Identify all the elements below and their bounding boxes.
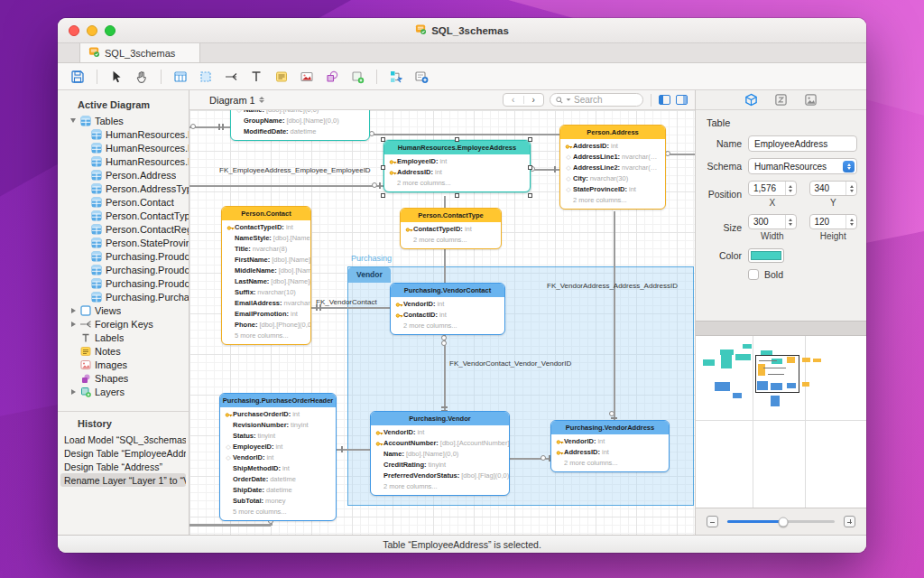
minimap-viewport[interactable] [755, 355, 799, 393]
selection-handle[interactable] [381, 137, 385, 142]
relation-connector[interactable] [370, 134, 559, 135]
stepper-arrows-icon[interactable] [845, 182, 856, 195]
export-button[interactable] [411, 67, 432, 87]
sidebar-item-images[interactable]: Images [58, 358, 189, 371]
search-input[interactable]: Search [550, 93, 643, 107]
disclosure-closed-icon[interactable] [69, 308, 78, 313]
relation-connector[interactable] [189, 524, 271, 527]
stepper-arrows-icon[interactable] [845, 215, 856, 228]
entity-purchasing-vendor[interactable]: Purchasing.VendorVendorID:intAccountNumb… [370, 411, 510, 496]
zoom-out-button[interactable] [707, 516, 718, 527]
sidebar-item-labels[interactable]: Labels [58, 331, 189, 344]
entity-purchasing-purchaseorderheader[interactable]: Purchasing.PurchaseOrderHeaderPurchaseOr… [219, 393, 337, 521]
selection-button[interactable] [195, 67, 217, 87]
new-layer-button[interactable] [346, 67, 368, 87]
fk-label[interactable]: FK_EmployeeAddress_Employee_EmployeeID [219, 166, 371, 174]
disclosure-closed-icon[interactable] [69, 322, 78, 327]
sidebar-item-purchasing-proudctven[interactable]: Purchasing.ProudctVen... [58, 276, 189, 290]
zoom-button[interactable] [105, 25, 116, 36]
zoom-in-button[interactable] [844, 516, 855, 527]
sidebar-item-person-contactregion[interactable]: Person.ContactRegion [58, 222, 189, 236]
history-item[interactable]: Rename Layer “Layer 1” to “Vendor” [60, 473, 186, 487]
relation-connector[interactable] [189, 185, 383, 187]
tab-image-icon[interactable] [804, 93, 818, 107]
nav-forward-button[interactable]: › [524, 94, 544, 106]
fk-label[interactable]: FK_VendorAddress_Address_AddressID [547, 282, 678, 290]
fk-label[interactable]: FK_VendorContact_Vendor_VendorID [449, 359, 571, 368]
relation-connector[interactable] [614, 211, 615, 420]
minimize-button[interactable] [87, 25, 97, 36]
zoom-slider[interactable] [727, 520, 835, 523]
sidebar-item-shapes[interactable]: Shapes [58, 371, 189, 385]
sidebar-item-humanresources-depar[interactable]: HumanResources.Depar... [58, 127, 189, 141]
entity-person-contact[interactable]: Person.ContactContactTypeID:intNameStyle… [221, 206, 311, 345]
save-button[interactable] [67, 67, 88, 87]
relation-connector[interactable] [311, 307, 390, 309]
history-item[interactable]: Design Table “EmployeeAddress” [60, 446, 186, 460]
color-well[interactable] [748, 248, 784, 263]
sidebar-item-tables[interactable]: Tables [58, 114, 189, 127]
new-shape-button[interactable] [321, 67, 343, 87]
relation-connector[interactable] [444, 335, 446, 411]
position-x-stepper[interactable]: 1,576 [748, 181, 797, 196]
stepper-arrows-icon[interactable] [785, 215, 796, 228]
position-y-stepper[interactable]: 340 [809, 181, 858, 196]
sidebar-item-purchasing-purchasing[interactable]: Purchasing.Purchasing... [58, 290, 189, 303]
pointer-button[interactable] [106, 67, 127, 87]
tab-sql-3schemas[interactable]: SQL_3schemas [79, 43, 200, 62]
sidebar-item-person-contacttype[interactable]: Person.ContactType [58, 209, 189, 222]
entity-person-address[interactable]: Person.AddressAddressID:int◇AddressLine1… [559, 125, 666, 210]
relation-connector[interactable] [444, 247, 446, 283]
history-item[interactable]: Load Model “SQL_3schemas” [60, 433, 186, 446]
entity-department-partial[interactable]: ◇Name:[dbo].[Name](0,0)GroupName:[dbo].[… [230, 110, 370, 141]
nav-back-button[interactable]: ‹ [504, 94, 523, 106]
auto-layout-button[interactable] [385, 67, 407, 87]
fk-label[interactable]: FK_VendorContact [316, 298, 377, 306]
hand-button[interactable] [131, 67, 152, 87]
disclosure-closed-icon[interactable] [69, 389, 78, 395]
layer-tab[interactable]: Vendor [348, 267, 391, 283]
name-input[interactable]: EmployeeAddress [748, 135, 857, 152]
sidebar-item-person-stateprovince[interactable]: Person.StateProvince [58, 236, 189, 249]
new-note-button[interactable] [271, 67, 292, 87]
selection-handle[interactable] [381, 165, 385, 170]
disclosure-open-icon[interactable] [69, 118, 78, 123]
selection-handle[interactable] [528, 165, 532, 170]
sidebar-item-humanresources-emplo[interactable]: HumanResources.Emplo... [58, 141, 189, 154]
history-item[interactable]: Design Table “Address” [60, 460, 186, 473]
selection-handle[interactable] [455, 137, 459, 142]
new-table-button[interactable] [170, 67, 191, 87]
selection-handle[interactable] [381, 193, 385, 198]
sidebar-item-layers[interactable]: Layers [58, 385, 189, 398]
entity-purchasing-vendoraddress[interactable]: Purchasing.VendorAddressVendorID:intAddr… [550, 420, 670, 472]
selection-handle[interactable] [455, 193, 459, 198]
sidebar-item-notes[interactable]: Notes [58, 344, 189, 358]
selection-handle[interactable] [528, 193, 532, 198]
sidebar-item-views[interactable]: Views [58, 303, 189, 317]
sidebar-item-foreign-keys[interactable]: Foreign Keys [58, 317, 189, 331]
size-width-stepper[interactable]: 300 [748, 214, 797, 229]
sidebar-item-purchasing-proudctven[interactable]: Purchasing.ProudctVen... [58, 263, 189, 276]
new-label-button[interactable] [245, 67, 267, 87]
close-button[interactable] [69, 25, 79, 36]
relation-connector[interactable] [444, 196, 446, 208]
zoom-slider-knob[interactable] [778, 517, 788, 527]
selection-handle[interactable] [528, 137, 532, 142]
toggle-left-panel-button[interactable] [659, 95, 670, 105]
entity-humanresources-employeeaddress[interactable]: HumanResources.EmployeeAddressEmployeeID… [383, 140, 531, 192]
sidebar-item-purchasing-proudctven[interactable]: Purchasing.ProudctVen... [58, 249, 189, 263]
toggle-right-panel-button[interactable] [676, 95, 688, 105]
sidebar-item-person-contact[interactable]: Person.Contact [58, 195, 189, 209]
bold-checkbox[interactable] [748, 269, 759, 280]
titlebar[interactable]: SQL_3schemas [58, 18, 866, 43]
tab-text-icon[interactable] [774, 93, 788, 107]
new-foreign-key-button[interactable] [220, 67, 242, 87]
entity-person-contacttype[interactable]: Person.ContactTypeContactTypeID:int2 mor… [400, 208, 502, 249]
size-height-stepper[interactable]: 120 [809, 214, 858, 229]
schema-select[interactable]: HumanResources [748, 158, 857, 174]
stepper-arrows-icon[interactable] [785, 182, 796, 195]
sidebar-item-person-address[interactable]: Person.Address [58, 168, 189, 182]
new-image-button[interactable] [296, 67, 318, 87]
tab-properties-cube-icon[interactable] [744, 93, 758, 107]
sidebar-item-person-addresstype[interactable]: Person.AddressType [58, 182, 189, 195]
